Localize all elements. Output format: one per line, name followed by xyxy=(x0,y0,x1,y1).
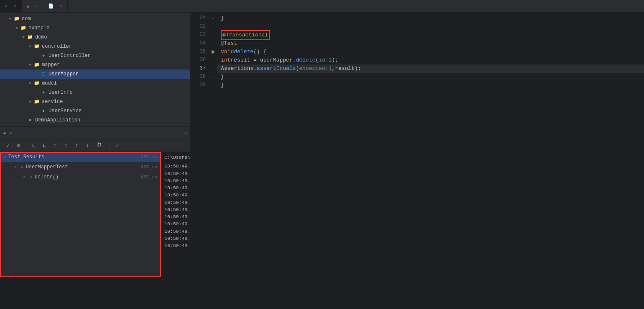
result-label: Test Results xyxy=(8,154,44,160)
result-duration: 467 ms xyxy=(141,165,157,170)
tab-usermapper-java[interactable]: ☕ ✕ xyxy=(22,0,43,13)
log-line: 10:50:49.416 [main] DEBUG org.springfram… xyxy=(164,191,187,198)
tree-arrow: ▼ xyxy=(27,63,33,67)
tree-icon: 📁 xyxy=(33,98,40,105)
line-number: 32 xyxy=(190,23,206,31)
tree-label: model xyxy=(42,80,57,86)
tab-close-btn[interactable]: ✕ xyxy=(14,4,16,9)
tree-icon: ● xyxy=(40,108,47,114)
tree-item[interactable]: ●UserInfo xyxy=(0,88,190,97)
tab-usermapper-xml[interactable]: 📄 ✕ xyxy=(43,0,68,13)
tree-item[interactable]: ▼📁service xyxy=(0,97,190,106)
run-icon[interactable] xyxy=(211,49,216,54)
tree-item[interactable]: ▼📁example xyxy=(0,23,190,33)
line-number: 38 xyxy=(190,73,206,81)
code-token: 1 xyxy=(328,56,332,64)
log-path-line: C:\Users\MI\.jdks\corretto-1.8.0_322\bin… xyxy=(164,154,187,161)
line-number: 35 xyxy=(190,48,206,56)
toolbar-sort-btn2[interactable]: ⇅ xyxy=(40,141,49,150)
tab-close-btn[interactable]: ✕ xyxy=(35,4,38,9)
result-item[interactable]: ✓ Test Results 467 ms xyxy=(0,152,161,162)
tree-item[interactable]: ▼📁com xyxy=(0,14,190,23)
toolbar-check-btn[interactable]: ✓ xyxy=(3,141,13,150)
toolbar-down-btn[interactable]: ↓ xyxy=(83,141,92,150)
tree-item[interactable]: ▼📁mapper xyxy=(0,60,190,70)
bottom-close-btn[interactable]: ✕ xyxy=(184,130,187,136)
tree-label: UserService xyxy=(49,108,82,114)
log-line: 10:50:49.642 [main] DEBUG org.springfram… xyxy=(164,242,187,249)
log-line: 10:50:49.537 [main] INFO org.springframe… xyxy=(164,235,187,242)
pin-icon: ◈ xyxy=(3,130,6,136)
toolbar-filter-btn1[interactable]: ≡ xyxy=(51,141,60,150)
result-check-icon: ✓ xyxy=(3,154,6,160)
result-label: UserMapperTest xyxy=(26,164,68,170)
code-token: () { xyxy=(253,48,266,56)
code-token: } xyxy=(221,81,224,90)
result-item-left: ▼ ✓ delete() xyxy=(3,174,59,180)
result-item-left: ▼ ✓ UserMapperTest xyxy=(3,164,68,170)
code-token: } xyxy=(221,73,224,81)
toolbar-filter-btn2[interactable]: ≡ xyxy=(61,141,71,150)
result-item-left: ✓ Test Results xyxy=(3,154,44,160)
tab-usermappertest[interactable]: ✓ ✕ xyxy=(0,0,22,13)
tree-label: UserInfo xyxy=(49,90,73,95)
gutter-cell[interactable] xyxy=(209,48,217,56)
tree-item[interactable]: ●DemoApplication xyxy=(0,116,190,125)
gutter-cell xyxy=(209,39,217,48)
main-area: ▼📁com▼📁example▼📁demo▼📁controller●UserCon… xyxy=(0,13,644,309)
toolbar-divider3 xyxy=(110,142,110,149)
toolbar-up-btn[interactable]: ↑ xyxy=(72,141,82,150)
tree-label: demo xyxy=(35,34,47,40)
tree-icon: 📁 xyxy=(33,80,40,87)
log-panel: C:\Users\MI\.jdks\corretto-1.8.0_322\bin… xyxy=(161,152,190,277)
code-token: Assertions. xyxy=(221,64,257,73)
log-line: 10:50:49.536 [main] DEBUG org.springfram… xyxy=(164,228,187,235)
gutter-cell xyxy=(209,56,217,64)
tree-arrow: ▼ xyxy=(7,17,13,21)
line-number: 33 xyxy=(190,31,206,39)
code-line: } xyxy=(217,73,644,81)
tree-item[interactable]: ▼📁demo xyxy=(0,33,190,42)
code-line: void delete() { xyxy=(217,48,644,56)
tree-item[interactable]: ⬡UserMapper xyxy=(0,70,190,79)
bottom-panel: ◈ ✓ ✕ ✓ ⊘ ⇅ ⇅ ≡ ≡ ↑ ↓ ⏱ xyxy=(0,126,190,277)
tree-arrow: ▼ xyxy=(20,35,27,40)
result-label: delete() xyxy=(35,174,59,180)
xml-tab-icon: 📄 xyxy=(48,3,54,9)
tree-label: controller xyxy=(42,44,72,49)
toolbar-stop-btn[interactable]: ⊘ xyxy=(14,141,23,150)
result-item[interactable]: ▼ ✓ UserMapperTest 467 ms xyxy=(0,162,161,172)
code-line: @Transactional xyxy=(217,31,644,39)
line-number: 37 xyxy=(190,64,206,73)
project-tree: ▼📁com▼📁example▼📁demo▼📁controller●UserCon… xyxy=(0,13,190,126)
tree-item[interactable]: ●UserController xyxy=(0,51,190,60)
result-item[interactable]: ▼ ✓ delete() 467 ms xyxy=(0,172,161,182)
tree-item[interactable]: ▼📁model xyxy=(0,79,190,88)
code-token: ,result); xyxy=(332,64,361,73)
gutter-cell xyxy=(209,81,217,90)
tab-close-btn[interactable]: ✕ xyxy=(60,4,62,9)
toolbar-divider xyxy=(26,142,26,149)
bottom-toolbar: ✓ ⊘ ⇅ ⇅ ≡ ≡ ↑ ↓ ⏱ ✓ xyxy=(0,139,190,152)
result-arrow: ▼ xyxy=(21,175,28,180)
tree-icon: ● xyxy=(40,52,47,59)
code-line: @Test xyxy=(217,39,644,48)
code-token: @Test xyxy=(221,39,237,48)
tree-icon: ⬡ xyxy=(40,71,47,77)
tree-arrow: ▼ xyxy=(27,100,33,104)
code-token: result = userMapper. xyxy=(230,56,296,64)
line-number: 31 xyxy=(190,14,206,23)
code-line xyxy=(217,23,644,31)
tree-label: service xyxy=(42,99,63,105)
svg-marker-0 xyxy=(212,50,215,54)
check-passed-icon: ✓ xyxy=(116,142,119,149)
code-token: ); xyxy=(332,56,338,64)
gutter-cell xyxy=(209,23,217,31)
tree-item[interactable]: ●UserService xyxy=(0,106,190,116)
toolbar-clock-btn[interactable]: ⏱ xyxy=(94,141,103,150)
results-panel: ✓ Test Results 467 ms ▼ ✓ UserMapperTest… xyxy=(0,152,161,277)
tree-label: UserMapper xyxy=(49,71,79,77)
tree-item[interactable]: ▼📁controller xyxy=(0,42,190,51)
toolbar-sort-btn1[interactable]: ⇅ xyxy=(29,141,38,150)
result-duration: 467 ms xyxy=(141,175,157,180)
